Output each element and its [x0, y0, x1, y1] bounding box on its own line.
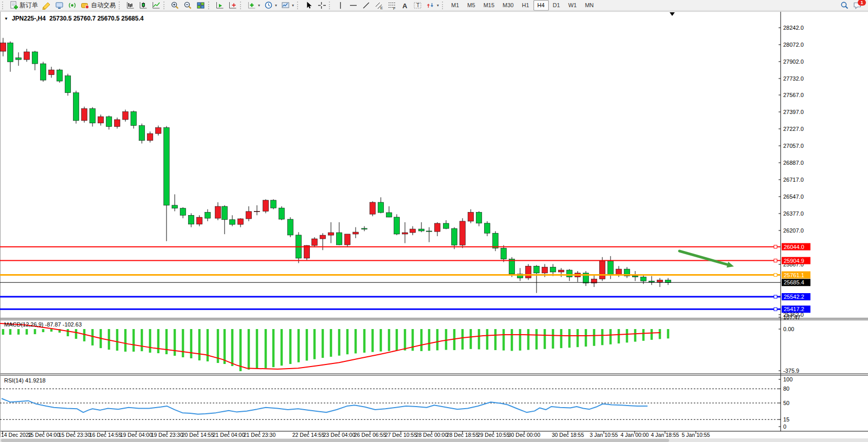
vertical-line-button[interactable]	[334, 0, 347, 11]
horizontal-scrollbar[interactable]	[0, 438, 868, 442]
chevron-down-icon[interactable]: ▼	[4, 16, 8, 21]
channel-button[interactable]: E	[373, 0, 385, 11]
svg-text:26717.0: 26717.0	[783, 177, 804, 183]
chevron-down-icon[interactable]: ▾	[275, 3, 277, 8]
svg-text:A: A	[402, 2, 408, 9]
text-button[interactable]: A	[398, 0, 411, 11]
main-toolbar: 新订单自动交易▾▾▾EFAT▾M1M5M15M30H1H4D1W1MN1	[0, 0, 868, 11]
crosshair-button[interactable]	[315, 0, 328, 11]
channel-icon: E	[375, 1, 383, 10]
svg-text:26207.0: 26207.0	[783, 227, 804, 234]
candle-body	[493, 233, 498, 248]
trendline-button[interactable]	[360, 0, 373, 11]
arrows-button[interactable]: ▾	[424, 0, 441, 11]
candle-body	[542, 267, 548, 273]
cursor-button[interactable]	[302, 0, 315, 11]
svg-text:0.00: 0.00	[783, 326, 794, 332]
candlestick-chart-button[interactable]	[137, 0, 150, 11]
bars-icon	[126, 1, 135, 10]
chart-title-symbol: JPN225-,H4	[12, 15, 46, 22]
timeframe-button-d1[interactable]: D1	[549, 0, 564, 11]
candle-body	[657, 280, 663, 282]
timeframe-button-m5[interactable]: M5	[463, 0, 479, 11]
toolbar-grip	[240, 2, 243, 9]
candle-body	[156, 127, 161, 133]
label-button[interactable]: T	[411, 0, 424, 11]
candle-body	[567, 270, 572, 277]
svg-text:27397.0: 27397.0	[783, 109, 804, 115]
candle-body	[172, 205, 178, 208]
chart-canvas[interactable]: 28242.028072.027902.027732.027567.027397…	[0, 11, 868, 442]
terminal-button[interactable]	[53, 0, 66, 11]
new-order-button[interactable]: 新订单	[7, 0, 40, 11]
indicators-button[interactable]: ▾	[245, 0, 262, 11]
fibo-icon: F	[387, 1, 396, 10]
svg-text:80: 80	[783, 386, 789, 392]
indicators-icon	[247, 1, 256, 10]
svg-text:28 Dec 00:00: 28 Dec 00:00	[416, 432, 448, 438]
candle-body	[353, 232, 359, 234]
chevron-down-icon[interactable]: ▾	[437, 3, 439, 8]
candle-body	[526, 266, 531, 278]
auto-scroll-button[interactable]	[213, 0, 226, 11]
bar-chart-button[interactable]	[124, 0, 137, 11]
candle-body	[509, 259, 515, 274]
timeframe-button-h1[interactable]: H1	[518, 0, 533, 11]
candle-body	[16, 58, 22, 60]
candle-body	[345, 234, 350, 245]
crayon-button[interactable]	[40, 0, 53, 11]
candle-body	[189, 215, 194, 224]
candle-body	[180, 208, 186, 216]
timeframe-button-mn[interactable]: MN	[581, 0, 598, 11]
chart-shift-button[interactable]	[226, 0, 239, 11]
zoom-in-button[interactable]	[169, 0, 181, 11]
signal-button[interactable]	[66, 0, 79, 11]
candle-body	[32, 52, 38, 64]
candle-body	[476, 212, 482, 223]
fibonacci-button[interactable]: F	[385, 0, 398, 11]
timeframe-button-m15[interactable]: M15	[479, 0, 498, 11]
timeframe-button-h4[interactable]: H4	[533, 0, 549, 11]
svg-text:27 Dec 10:55: 27 Dec 10:55	[385, 432, 417, 438]
candle-body	[402, 233, 408, 234]
horizontal-line-button[interactable]	[347, 0, 360, 11]
hline-icon	[349, 1, 358, 10]
chat-button[interactable]: 1	[851, 0, 864, 11]
svg-text:28072.0: 28072.0	[783, 42, 804, 48]
svg-text:F: F	[393, 6, 396, 10]
svg-text:20 Dec 14:55: 20 Dec 14:55	[182, 432, 214, 438]
candle-body	[222, 206, 228, 220]
tile-windows-button[interactable]	[194, 0, 207, 11]
svg-text:22 Dec 14:55: 22 Dec 14:55	[292, 432, 325, 438]
toolbar-grip	[163, 2, 167, 9]
candle-body	[394, 217, 400, 234]
candle-body	[24, 52, 30, 60]
candle-body	[65, 76, 71, 93]
svg-text:26377.0: 26377.0	[783, 210, 804, 217]
search-button[interactable]	[838, 0, 851, 11]
timeframe-button-m1[interactable]: M1	[447, 0, 463, 11]
svg-text:19 Dec 04:00: 19 Dec 04:00	[120, 432, 153, 438]
svg-text:30 Dec 00:00: 30 Dec 00:00	[508, 432, 541, 438]
svg-text:50: 50	[783, 400, 789, 406]
linechart-icon	[152, 1, 160, 10]
new-order-button-label: 新订单	[20, 1, 38, 10]
mt4-window: 新订单自动交易▾▾▾EFAT▾M1M5M15M30H1H4D1W1MN1 282…	[0, 0, 868, 442]
autotrading-button[interactable]: 自动交易	[79, 0, 118, 11]
svg-text:25904.9: 25904.9	[784, 258, 804, 264]
timeframe-button-w1[interactable]: W1	[564, 0, 581, 11]
clock-icon	[264, 1, 273, 10]
tline-icon	[362, 1, 371, 10]
candle-body	[8, 43, 13, 62]
scrollbar-thumb[interactable]	[1, 439, 669, 442]
periods-button[interactable]: ▾	[262, 0, 279, 11]
time-axis: 14 Dec 202215 Dec 04:0015 Dec 23:3016 De…	[1, 431, 710, 438]
candle-body	[57, 70, 63, 81]
zoom-out-button[interactable]	[181, 0, 194, 11]
line-chart-button[interactable]	[150, 0, 162, 11]
timeframe-button-m30[interactable]: M30	[498, 0, 518, 11]
svg-text:25685.4: 25685.4	[784, 279, 804, 285]
chevron-down-icon[interactable]: ▾	[292, 3, 294, 8]
chevron-down-icon[interactable]: ▾	[258, 3, 260, 8]
templates-button[interactable]: ▾	[279, 0, 296, 11]
